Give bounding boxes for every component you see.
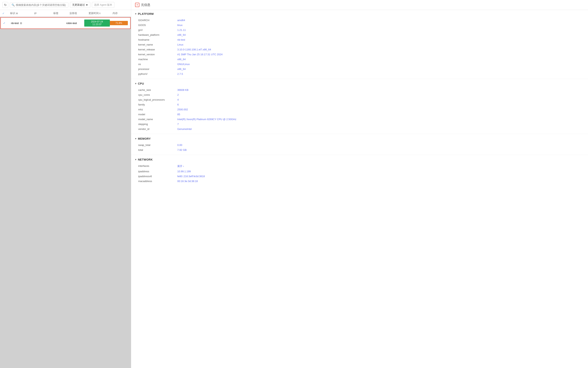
- field-value: 7: [177, 123, 179, 126]
- cpu-section: ▾ CPU cache_size 36608 KB cpu_cores 2 cp…: [131, 80, 588, 133]
- header-ip: IP: [34, 12, 53, 15]
- field-value: GenuineIntel: [177, 128, 192, 130]
- field-key: model: [138, 113, 177, 116]
- cpu-fields: cache_size 36608 KB cpu_cores 2 cpu_logi…: [135, 87, 584, 133]
- field-value: 2500.002: [177, 108, 188, 111]
- field-value: 10.99.1.199: [177, 170, 191, 173]
- header-tag: 标签: [53, 11, 69, 15]
- list-item: processor x86_64: [138, 67, 584, 72]
- field-value: GNU/Linux: [177, 63, 190, 66]
- field-value: 6: [177, 103, 179, 106]
- platform-section-header[interactable]: ▾ PLATFORM: [135, 10, 584, 17]
- chevron-down-icon: ▾: [135, 82, 136, 85]
- meta-close-button[interactable]: ×: [135, 3, 139, 7]
- list-item: interfaces 展开 ›: [138, 164, 584, 169]
- field-value: 85: [177, 113, 180, 116]
- field-value: 2: [177, 93, 179, 96]
- list-item: macaddress 00:16:3e:3d:38:18: [138, 179, 584, 184]
- field-value: 36608 KB: [177, 89, 189, 92]
- info-icon: ℹ: [99, 12, 100, 15]
- row-time: 2024-07-24 11:23:37: [84, 19, 110, 27]
- memory-section-header[interactable]: ▾ MEMORY: [135, 135, 584, 142]
- list-item: kernel_version #1 SMP Thu Jan 25 16:17:3…: [138, 52, 584, 57]
- agent-placeholder: 选择 Agent 版本: [94, 3, 112, 6]
- field-value: Linux: [177, 43, 183, 46]
- meta-header: × 元信息: [131, 0, 588, 10]
- list-item: cpu_cores 2: [138, 92, 584, 97]
- list-item: stepping 7: [138, 122, 584, 127]
- search-input[interactable]: [16, 3, 67, 6]
- list-item: total 7.92 GB: [138, 147, 584, 152]
- field-key: goV: [138, 28, 177, 31]
- row-mem: 71.6%: [110, 21, 128, 25]
- field-value: x86_64: [177, 68, 186, 71]
- field-key: model_name: [138, 118, 177, 121]
- field-key: os: [138, 63, 177, 66]
- list-item: ipaddressv6 fe80::216:3eff:fe3d:3818: [138, 174, 584, 179]
- row-check[interactable]: ✓: [3, 21, 11, 25]
- search-box[interactable]: 🔍: [10, 2, 68, 7]
- list-item: os GNU/Linux: [138, 62, 584, 67]
- header-id: 标识 ⊞: [10, 11, 34, 15]
- field-value: amd64: [177, 19, 185, 22]
- list-item: family 6: [138, 102, 584, 107]
- field-key: processor: [138, 68, 177, 71]
- field-value: #1 SMP Thu Jan 25 16:17:31 UTC 2024: [177, 53, 223, 56]
- field-value: x86_64: [177, 33, 186, 36]
- field-value: fe80::216:3eff:fe3d:3818: [177, 175, 205, 178]
- check-icon: ✓: [3, 21, 5, 25]
- list-item: cpu_logical_processors 4: [138, 97, 584, 102]
- field-key: machine: [138, 58, 177, 61]
- right-panel: × 元信息 ▾ PLATFORM GOARCH amd64 GOOS linux…: [131, 0, 588, 368]
- field-key: kernel_version: [138, 53, 177, 56]
- table-row[interactable]: ✓ nb-test ⊞ robin-test 2024-07-24 11:23:…: [0, 17, 131, 29]
- refresh-button[interactable]: ↻: [2, 2, 8, 8]
- memory-fields: swap_total 0.00 total 7.92 GB: [135, 142, 584, 154]
- field-key: pythonV: [138, 73, 177, 75]
- list-item: model 85: [138, 112, 584, 117]
- field-value: 1.21.11: [177, 28, 186, 31]
- field-value: x86_64: [177, 58, 186, 61]
- row-id-text: nb-test: [11, 22, 19, 25]
- row-time-text: 2024-07-24: [91, 20, 103, 23]
- field-value: 00:16:3e:3d:38:18: [177, 180, 198, 183]
- header-mem: 内存: [113, 11, 129, 15]
- field-value: 0.00: [177, 144, 182, 147]
- platform-label: PLATFORM: [138, 12, 154, 15]
- list-item: ipaddress 10.99.1.199: [138, 169, 584, 174]
- field-key: family: [138, 103, 177, 106]
- table-header: ✓ 标识 ⊞ IP 标签 业务组 更新时间 ℹ 内存: [0, 10, 131, 17]
- copy-icon: ⊞: [16, 12, 18, 14]
- field-key: ipaddress: [138, 170, 177, 173]
- filter-select[interactable]: 无更新超过 ▼: [70, 2, 90, 8]
- field-key: macaddress: [138, 180, 177, 183]
- field-key: vendor_id: [138, 128, 177, 130]
- field-key: hardware_platform: [138, 33, 177, 36]
- field-key: kernel_release: [138, 48, 177, 51]
- agent-select[interactable]: 选择 Agent 版本: [92, 2, 114, 8]
- list-item: GOARCH amd64: [138, 18, 584, 23]
- field-value: Intel(R) Xeon(R) Platinum 8269CY CPU @ 2…: [177, 118, 236, 121]
- network-section-header[interactable]: ▾ NETWORK: [135, 156, 584, 163]
- field-value: linux: [177, 24, 183, 27]
- network-label: NETWORK: [138, 158, 153, 161]
- filter-label: 无更新超过: [72, 3, 85, 7]
- field-key: interfaces: [138, 165, 177, 167]
- interfaces-expand-button[interactable]: 展开 ›: [177, 165, 184, 168]
- list-item: model_name Intel(R) Xeon(R) Platinum 826…: [138, 117, 584, 122]
- list-item: pythonV 2.7.5: [138, 72, 584, 76]
- header-group: 业务组: [69, 11, 89, 15]
- chevron-down-icon: ▾: [135, 12, 136, 15]
- list-item: machine x86_64: [138, 57, 584, 62]
- cpu-label: CPU: [138, 82, 144, 85]
- field-key: mhz: [138, 108, 177, 111]
- platform-fields: GOARCH amd64 GOOS linux goV 1.21.11 hard…: [135, 17, 584, 78]
- field-key: cache_size: [138, 89, 177, 92]
- list-item: swap_total 0.00: [138, 143, 584, 147]
- cpu-section-header[interactable]: ▾ CPU: [135, 80, 584, 87]
- header-check: ✓: [2, 12, 10, 15]
- list-item: kernel_release 3.10.0-1160.108.1.el7.x86…: [138, 47, 584, 52]
- node-icon: ⊞: [20, 22, 22, 25]
- field-key: stepping: [138, 123, 177, 126]
- network-fields: interfaces 展开 › ipaddress 10.99.1.199 ip…: [135, 163, 584, 185]
